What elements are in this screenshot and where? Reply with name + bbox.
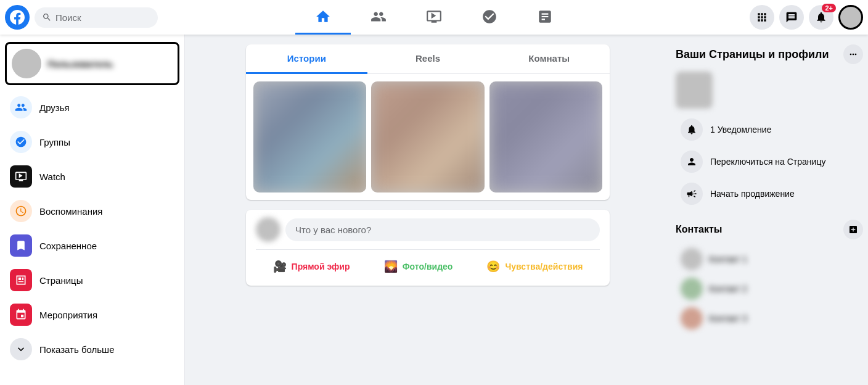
photo-icon: 🌄 [384, 260, 398, 273]
post-box: Что у вас нового? 🎥 Прямой эфир 🌄 Фото/в… [246, 210, 610, 286]
groups-icon [10, 131, 32, 153]
notifications-button[interactable]: 2+ [809, 5, 833, 30]
main-feed: Истории Reels Комнаты Ч [185, 35, 671, 385]
pages-more-button[interactable] [843, 44, 863, 64]
story-item-2[interactable] [371, 81, 484, 192]
megaphone-icon [681, 183, 703, 205]
post-box-card: Что у вас нового? 🎥 Прямой эфир 🌄 Фото/в… [246, 210, 610, 286]
post-box-top: Что у вас нового? [256, 217, 600, 242]
promote-label: Начать продвижение [710, 189, 795, 199]
contacts-title: Контакты [676, 224, 722, 235]
sidebar-item-label-events: Мероприятия [39, 310, 97, 320]
topnav-left: Поиск [5, 5, 190, 30]
right-panel: Ваши Страницы и профили 1 Уведомление Пе… [671, 35, 868, 385]
memories-icon [10, 200, 32, 222]
contact-avatar-2 [681, 278, 703, 300]
nav-marketplace[interactable] [517, 0, 573, 35]
messenger-button[interactable] [779, 5, 804, 30]
sidebar-item-saved[interactable]: Сохраненное [5, 228, 179, 263]
sidebar-item-label-groups: Группы [39, 137, 70, 147]
sidebar: Пользователь Друзья Группы Watch Воспоми [0, 35, 185, 385]
switch-label: Переключиться на Страницу [710, 157, 825, 167]
stories-card: Истории Reels Комнаты [246, 44, 610, 200]
user-avatar-button[interactable] [838, 5, 863, 30]
post-input[interactable]: Что у вас нового? [285, 218, 600, 241]
stories-tabs: Истории Reels Комнаты [246, 44, 610, 74]
sidebar-item-label-pages: Страницы [39, 275, 83, 286]
sidebar-item-watch[interactable]: Watch [5, 159, 179, 194]
live-button[interactable]: 🎥 Прямой эфир [263, 255, 360, 278]
notification-label: 1 Уведомление [710, 125, 771, 135]
sidebar-item-more[interactable]: Показать больше [5, 332, 179, 366]
watch-icon [10, 165, 32, 188]
nav-groups[interactable] [462, 0, 517, 35]
contact-name-2: Контакт 2 [709, 284, 747, 294]
feeling-icon: 😊 [486, 260, 500, 273]
search-box[interactable]: Поиск [35, 7, 158, 28]
promote-item[interactable]: Начать продвижение [676, 178, 863, 210]
topnav-center [190, 0, 678, 35]
events-icon [10, 304, 32, 326]
notification-badge: 2+ [822, 4, 836, 12]
apps-button[interactable] [750, 5, 774, 30]
contact-avatar-1 [681, 248, 703, 270]
sidebar-item-label-more: Показать больше [39, 344, 114, 355]
switch-profile-item[interactable]: Переключиться на Страницу [676, 146, 863, 178]
pages-profile-image [676, 72, 713, 109]
tab-stories[interactable]: Истории [246, 44, 367, 74]
contact-item-2[interactable]: Контакт 2 [676, 274, 863, 304]
pages-title-text: Ваши Страницы и профили [676, 48, 829, 61]
pages-icon [10, 269, 32, 291]
sidebar-item-friends[interactable]: Друзья [5, 90, 179, 125]
post-avatar [256, 217, 280, 242]
story-item-1[interactable] [253, 81, 366, 192]
contact-item-1[interactable]: Контакт 1 [676, 244, 863, 274]
live-label: Прямой эфир [292, 262, 350, 271]
live-icon: 🎥 [273, 260, 287, 273]
tab-reels[interactable]: Reels [367, 44, 489, 74]
pages-section-title: Ваши Страницы и профили [676, 44, 863, 64]
photo-label: Фото/видео [403, 262, 453, 271]
search-placeholder: Поиск [55, 12, 81, 23]
nav-home[interactable] [295, 0, 351, 35]
contact-item-3[interactable]: Контакт 3 [676, 304, 863, 333]
facebook-logo[interactable] [5, 5, 30, 30]
topnav-right: 2+ [678, 5, 863, 30]
topnav: Поиск 2+ [0, 0, 868, 35]
photo-button[interactable]: 🌄 Фото/видео [374, 255, 463, 278]
sidebar-item-label-friends: Друзья [39, 102, 70, 113]
contact-name-3: Контакт 3 [709, 313, 747, 323]
feeling-button[interactable]: 😊 Чувства/действия [477, 255, 592, 278]
more-icon [10, 338, 32, 360]
sidebar-item-pages[interactable]: Страницы [5, 263, 179, 297]
feeling-label: Чувства/действия [505, 262, 583, 271]
bell-icon [681, 118, 703, 141]
saved-icon [10, 234, 32, 257]
nav-watch[interactable] [406, 0, 462, 35]
contacts-actions [843, 220, 863, 239]
sidebar-item-label-watch: Watch [39, 172, 65, 182]
sidebar-item-label-saved: Сохраненное [39, 241, 97, 251]
story-item-3[interactable] [489, 81, 602, 192]
contacts-header: Контакты [676, 220, 863, 239]
sidebar-item-events[interactable]: Мероприятия [5, 297, 179, 332]
stories-list [246, 74, 610, 200]
sidebar-profile[interactable]: Пользователь [5, 42, 179, 85]
profile-name: Пользователь [47, 59, 113, 69]
contact-name-1: Контакт 1 [709, 254, 747, 264]
post-actions: 🎥 Прямой эфир 🌄 Фото/видео 😊 Чувства/дей… [256, 249, 600, 278]
sidebar-item-memories[interactable]: Воспоминания [5, 194, 179, 228]
switch-icon [681, 151, 703, 173]
sidebar-item-groups[interactable]: Группы [5, 125, 179, 159]
sidebar-item-label-memories: Воспоминания [39, 206, 102, 217]
profile-avatar [12, 49, 41, 78]
tab-rooms[interactable]: Комнаты [488, 44, 610, 74]
contact-avatar-3 [681, 307, 703, 329]
main-layout: Пользователь Друзья Группы Watch Воспоми [0, 35, 868, 385]
contacts-add-button[interactable] [843, 220, 863, 239]
notification-item[interactable]: 1 Уведомление [676, 114, 863, 146]
nav-friends[interactable] [351, 0, 406, 35]
friends-icon [10, 96, 32, 118]
